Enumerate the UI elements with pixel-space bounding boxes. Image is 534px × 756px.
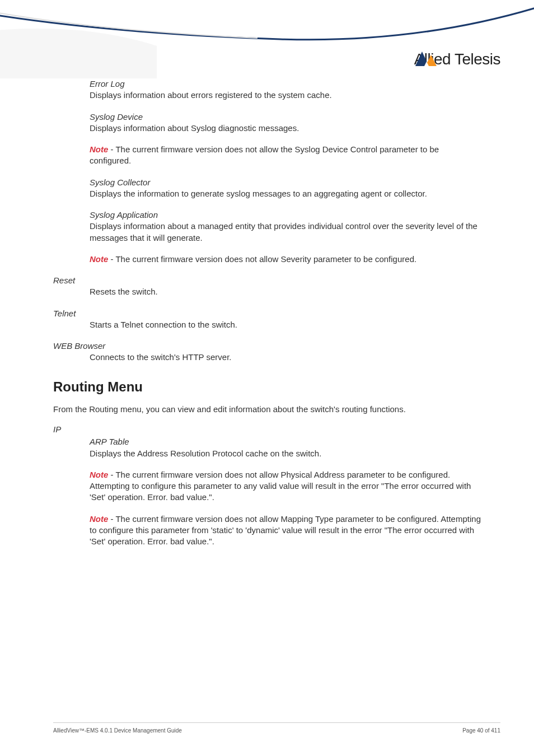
note-text: - The current firmware version does not … (90, 470, 471, 502)
ip-label: IP (53, 424, 481, 435)
note-mapping-type: Note - The current firmware version does… (90, 514, 481, 548)
error-log-desc: Displays information about errors regist… (90, 90, 481, 101)
note-text: - The current firmware version does not … (108, 254, 416, 264)
note-label: Note (90, 514, 108, 524)
page-content: Error Log Displays information about err… (0, 78, 534, 547)
routing-intro: From the Routing menu, you can view and … (53, 404, 481, 415)
section-arp-table: ARP Table Displays the Address Resolutio… (90, 436, 481, 459)
routing-menu-heading: Routing Menu (53, 378, 481, 396)
web-browser-title: WEB Browser (53, 340, 481, 352)
section-web-browser: WEB Browser Connects to the switch's HTT… (53, 340, 481, 363)
section-syslog-application: Syslog Application Displays information … (90, 209, 481, 244)
syslog-application-title: Syslog Application (90, 209, 481, 221)
telnet-title: Telnet (53, 308, 481, 319)
syslog-collector-desc: Displays the information to generate sys… (90, 188, 481, 199)
arp-table-title: ARP Table (90, 436, 481, 447)
error-log-title: Error Log (90, 78, 481, 90)
page-footer: AlliedView™-EMS 4.0.1 Device Management … (53, 722, 500, 734)
syslog-application-desc: Displays information about a managed ent… (90, 221, 481, 244)
section-telnet: Telnet Starts a Telnet connection to the… (53, 308, 481, 331)
syslog-collector-title: Syslog Collector (90, 177, 481, 188)
syslog-device-title: Syslog Device (90, 111, 481, 123)
note-label: Note (90, 470, 108, 479)
syslog-device-desc: Displays information about Syslog diagno… (90, 123, 481, 134)
section-reset: Reset Resets the switch. (53, 275, 481, 298)
section-syslog-collector: Syslog Collector Displays the informatio… (90, 177, 481, 200)
telnet-desc: Starts a Telnet connection to the switch… (90, 319, 481, 330)
note-severity: Note - The current firmware version does… (90, 254, 481, 265)
brand-logo: Allied Telesis (414, 50, 500, 68)
note-label: Note (90, 254, 108, 264)
note-label: Note (90, 144, 108, 154)
web-browser-desc: Connects to the switch's HTTP server. (90, 352, 481, 363)
logo-icon (414, 50, 439, 67)
footer-right: Page 40 of 411 (462, 727, 500, 734)
section-syslog-device: Syslog Device Displays information about… (90, 111, 481, 134)
note-text: - The current firmware version does not … (90, 144, 439, 165)
reset-desc: Resets the switch. (90, 286, 481, 297)
note-physical-address: Note - The current firmware version does… (90, 469, 481, 503)
note-text: - The current firmware version does not … (90, 514, 481, 547)
section-error-log: Error Log Displays information about err… (90, 78, 481, 101)
arp-table-desc: Displays the Address Resolution Protocol… (90, 448, 481, 459)
note-syslog-device: Note - The current firmware version does… (90, 144, 481, 167)
header-decoration: Allied Telesis (0, 0, 534, 78)
footer-left: AlliedView™-EMS 4.0.1 Device Management … (53, 727, 182, 734)
reset-title: Reset (53, 275, 481, 286)
